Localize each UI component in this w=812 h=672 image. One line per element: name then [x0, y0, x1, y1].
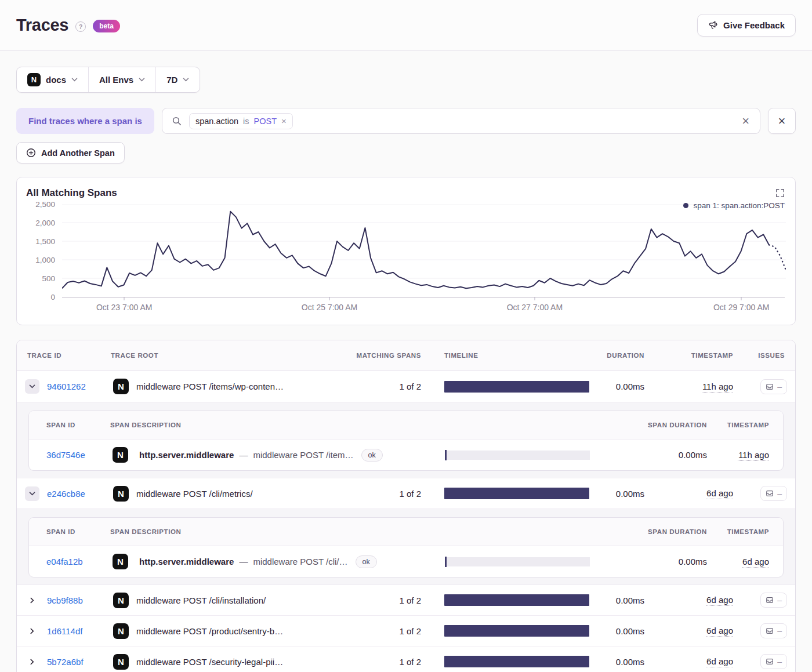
issues-badge[interactable]: – — [760, 623, 787, 638]
timeline-bar — [444, 381, 589, 393]
issues-badge[interactable]: – — [760, 593, 787, 608]
x-tick-mark — [329, 297, 330, 300]
trace-id-link[interactable]: 5b72a6bf — [47, 657, 111, 667]
plus-circle-icon — [26, 148, 36, 158]
trace-root: middleware POST /security-legal-pii… — [136, 657, 346, 667]
inbox-icon — [766, 383, 774, 391]
trace-id-link[interactable]: 94601262 — [47, 382, 111, 391]
add-another-span-button[interactable]: Add Another Span — [16, 142, 125, 164]
column-header-timeline: Timeline — [421, 352, 589, 359]
nextjs-icon: N — [113, 593, 129, 608]
inbox-icon — [766, 658, 774, 666]
beta-badge: beta — [93, 20, 120, 32]
y-tick-label: 500 — [42, 274, 55, 283]
duration-value: 0.00ms — [589, 382, 644, 391]
column-header-timestamp: Timestamp — [644, 352, 733, 359]
issues-badge[interactable]: – — [760, 379, 787, 394]
table-row: 5b72a6bf N middleware POST /security-leg… — [17, 646, 795, 672]
timestamp-value: 6d ago — [706, 656, 733, 666]
duration-value: 0.00ms — [589, 657, 644, 667]
x-tick-mark — [741, 297, 742, 300]
timeline-bar — [444, 625, 589, 637]
collapse-row-chevron[interactable] — [25, 486, 39, 501]
y-tick-label: 1,500 — [35, 237, 55, 246]
span-timestamp-value: 11h ago — [738, 450, 769, 460]
column-header-trace-id: Trace ID — [17, 352, 111, 359]
x-tick-label: Oct 29 7:00 AM — [713, 303, 770, 312]
inbox-icon — [766, 596, 774, 604]
collapse-row-chevron[interactable] — [25, 379, 39, 394]
timestamp-value: 6d ago — [706, 626, 733, 635]
expand-row-chevron[interactable] — [25, 593, 39, 608]
chart-y-axis: 05001,0001,5002,0002,500 — [26, 204, 62, 297]
nextjs-icon: N — [113, 654, 129, 670]
x-tick-label: Oct 23 7:00 AM — [96, 303, 153, 312]
span-id-link[interactable]: 36d7546e — [46, 450, 85, 460]
page-filter-bar: N docs All Envs 7D — [16, 67, 200, 93]
nextjs-icon: N — [113, 486, 129, 502]
nextjs-icon: N — [113, 623, 129, 639]
span-search-row: Find traces where a span is span.action … — [16, 108, 796, 134]
chart-title: All Matching Spans — [26, 187, 117, 199]
column-header-span-id: Span ID — [29, 528, 110, 535]
x-tick-mark — [534, 297, 535, 300]
table-row: 1d6114df N middleware POST /product/sent… — [17, 615, 795, 646]
x-tick-label: Oct 25 7:00 AM — [302, 303, 358, 312]
trace-root: middleware POST /product/sentry-b… — [136, 626, 346, 636]
search-filter-token[interactable]: span.action is POST × — [189, 113, 293, 129]
span-duration-value: 0.00ms — [590, 450, 707, 460]
nextjs-icon: N — [113, 379, 129, 394]
timestamp-value: 11h ago — [702, 382, 733, 391]
duration-value: 0.00ms — [589, 595, 644, 605]
timestamp-value: 6d ago — [706, 595, 733, 605]
expand-chart-icon[interactable] — [774, 187, 786, 199]
table-row: e246cb8e N middleware POST /cli/metrics/… — [17, 478, 795, 508]
timeline-bar — [444, 488, 589, 499]
date-range-dropdown[interactable]: 7D — [155, 67, 200, 92]
y-tick-label: 2,500 — [35, 200, 55, 209]
x-tick-label: Oct 27 7:00 AM — [507, 303, 563, 312]
trace-id-link[interactable]: 9cb9f88b — [47, 595, 111, 605]
span-search-input[interactable]: span.action is POST × × — [162, 108, 760, 134]
y-tick-label: 0 — [50, 293, 55, 302]
issues-badge[interactable]: – — [760, 654, 787, 669]
issues-badge[interactable]: – — [760, 486, 787, 501]
chart-x-axis: Oct 23 7:00 AMOct 25 7:00 AMOct 27 7:00 … — [62, 297, 785, 318]
duration-value: 0.00ms — [589, 626, 644, 636]
matching-spans-count: 1 of 2 — [346, 657, 421, 667]
span-description: middleware POST /cli/… — [253, 557, 347, 566]
nextjs-icon: N — [113, 447, 128, 463]
expand-row-chevron[interactable] — [25, 624, 39, 638]
traces-table: Trace ID Trace Root Matching Spans Timel… — [16, 340, 796, 672]
expand-row-chevron[interactable] — [25, 655, 39, 669]
span-id-link[interactable]: e04fa12b — [46, 557, 83, 566]
trace-id-link[interactable]: e246cb8e — [47, 489, 111, 499]
project-filter-dropdown[interactable]: N docs — [17, 67, 88, 92]
matching-spans-count: 1 of 2 — [346, 382, 421, 391]
column-header-issues: Issues — [733, 352, 795, 359]
span-operation: http.server.middleware — [139, 557, 234, 566]
y-tick-label: 2,000 — [35, 219, 55, 227]
column-header-span-description: Span Description — [110, 422, 422, 428]
matching-spans-count: 1 of 2 — [346, 489, 421, 499]
trace-id-link[interactable]: 1d6114df — [47, 626, 111, 636]
trace-root: middleware POST /cli/installation/ — [136, 595, 346, 605]
span-timeline-bar — [445, 557, 590, 566]
matching-spans-count: 1 of 2 — [346, 595, 421, 605]
page-title: Traces — [16, 16, 68, 35]
give-feedback-button[interactable]: Give Feedback — [697, 14, 796, 37]
column-header-span-timestamp: Timestamp — [707, 422, 783, 428]
remove-span-filter-button[interactable]: × — [768, 108, 796, 134]
remove-token-icon[interactable]: × — [281, 117, 287, 125]
span-status-badge: ok — [361, 449, 383, 462]
chart-plot-area: span 1: span.action:POST — [62, 204, 786, 297]
help-icon[interactable]: ? — [75, 21, 86, 32]
trace-root: middleware POST /cli/metrics/ — [136, 489, 346, 499]
column-header-span-description: Span Description — [110, 528, 422, 535]
environment-filter-dropdown[interactable]: All Envs — [88, 67, 155, 92]
clear-search-button[interactable]: × — [741, 115, 751, 128]
x-tick-mark — [124, 297, 125, 300]
legend-dot-icon — [683, 203, 688, 208]
nextjs-icon: N — [113, 554, 128, 569]
span-status-badge: ok — [356, 555, 377, 568]
